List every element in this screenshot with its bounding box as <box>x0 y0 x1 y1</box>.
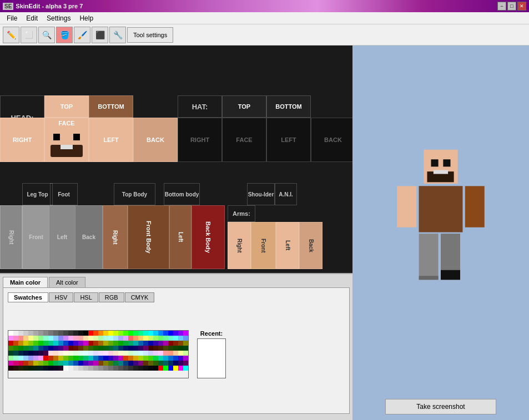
color-swatch[interactable] <box>103 346 108 351</box>
hat-back[interactable]: BACK <box>311 118 352 162</box>
color-swatch[interactable] <box>28 331 33 336</box>
color-swatch[interactable] <box>153 336 158 341</box>
color-swatch[interactable] <box>53 331 58 336</box>
color-swatch[interactable] <box>93 346 98 351</box>
color-swatch[interactable] <box>33 336 38 341</box>
color-swatch[interactable] <box>58 361 63 366</box>
pencil-tool-button[interactable]: ✏️ <box>3 27 19 43</box>
color-swatch[interactable] <box>118 366 123 371</box>
color-swatch[interactable] <box>158 366 163 371</box>
color-swatch[interactable] <box>58 351 63 356</box>
color-swatch[interactable] <box>43 351 48 356</box>
color-swatch[interactable] <box>143 366 148 371</box>
color-swatch[interactable] <box>73 356 78 361</box>
color-swatch[interactable] <box>118 346 123 351</box>
color-swatch[interactable] <box>183 331 188 336</box>
color-swatch[interactable] <box>168 346 173 351</box>
color-swatch[interactable] <box>78 366 83 371</box>
menu-settings[interactable]: Settings <box>42 13 75 23</box>
color-swatch[interactable] <box>113 341 118 346</box>
eyedropper-tool-button[interactable]: 🔍 <box>38 27 55 43</box>
recent-color-cell[interactable] <box>203 339 209 345</box>
back-leg[interactable]: Back <box>75 205 103 269</box>
color-swatch[interactable] <box>173 336 178 341</box>
color-swatch[interactable] <box>178 336 183 341</box>
brush-tool-button[interactable]: 🖌️ <box>74 27 90 43</box>
arm-left[interactable]: Left <box>276 222 299 269</box>
color-swatch[interactable] <box>143 356 148 361</box>
color-swatch[interactable] <box>138 361 143 366</box>
color-swatch[interactable] <box>103 351 108 356</box>
color-swatch[interactable] <box>123 336 128 341</box>
color-swatch[interactable] <box>33 341 38 346</box>
color-swatch[interactable] <box>68 356 73 361</box>
color-swatch[interactable] <box>33 351 38 356</box>
color-swatch[interactable] <box>153 346 158 351</box>
color-swatch[interactable] <box>53 346 58 351</box>
color-swatch[interactable] <box>128 331 133 336</box>
recent-color-cell[interactable] <box>209 367 214 372</box>
color-swatch[interactable] <box>118 341 123 346</box>
recent-color-cell[interactable] <box>214 350 220 356</box>
color-swatch[interactable] <box>123 331 128 336</box>
color-swatch[interactable] <box>13 346 18 351</box>
color-swatch[interactable] <box>28 356 33 361</box>
hat-left[interactable]: LEFT <box>266 118 311 162</box>
color-swatch[interactable] <box>48 361 53 366</box>
color-swatch[interactable] <box>123 361 128 366</box>
color-swatch[interactable] <box>123 356 128 361</box>
color-swatch[interactable] <box>98 341 103 346</box>
right-leg[interactable]: Right <box>0 205 22 269</box>
color-swatch[interactable] <box>158 341 163 346</box>
color-swatch[interactable] <box>98 331 103 336</box>
color-swatch[interactable] <box>173 331 178 336</box>
color-swatch[interactable] <box>28 341 33 346</box>
color-swatch[interactable] <box>168 336 173 341</box>
color-swatch[interactable] <box>68 341 73 346</box>
color-swatch[interactable] <box>128 351 133 356</box>
color-swatch[interactable] <box>68 351 73 356</box>
color-swatch[interactable] <box>8 366 13 371</box>
color-swatch[interactable] <box>83 331 88 336</box>
fill-tool-button[interactable]: 🪣 <box>56 27 73 43</box>
color-swatch[interactable] <box>128 361 133 366</box>
color-swatch[interactable] <box>143 346 148 351</box>
color-swatch[interactable] <box>8 341 13 346</box>
color-swatch[interactable] <box>38 341 43 346</box>
color-swatch[interactable] <box>63 341 68 346</box>
color-swatch[interactable] <box>168 341 173 346</box>
color-swatch[interactable] <box>173 356 178 361</box>
color-swatch[interactable] <box>113 331 118 336</box>
color-swatch[interactable] <box>8 351 13 356</box>
recent-color-cell[interactable] <box>220 356 225 361</box>
color-swatch[interactable] <box>13 366 18 371</box>
color-swatch[interactable] <box>98 346 103 351</box>
color-swatch[interactable] <box>138 356 143 361</box>
recent-color-cell[interactable] <box>203 361 209 367</box>
color-swatch[interactable] <box>183 366 188 371</box>
color-swatch[interactable] <box>33 361 38 366</box>
color-swatch[interactable] <box>98 336 103 341</box>
hat-face[interactable]: FACE <box>222 118 266 162</box>
color-swatch[interactable] <box>23 346 28 351</box>
color-swatch[interactable] <box>183 356 188 361</box>
color-swatch[interactable] <box>163 351 168 356</box>
color-swatch[interactable] <box>93 331 98 336</box>
rgb-tab[interactable]: RGB <box>99 292 124 302</box>
color-swatch[interactable] <box>48 346 53 351</box>
color-swatch[interactable] <box>153 366 158 371</box>
tool-settings-button[interactable]: Tool settings <box>127 27 173 43</box>
color-swatch[interactable] <box>158 331 163 336</box>
color-swatch[interactable] <box>148 351 153 356</box>
color-swatch[interactable] <box>53 356 58 361</box>
color-swatch[interactable] <box>158 336 163 341</box>
color-swatch[interactable] <box>173 346 178 351</box>
color-swatch[interactable] <box>88 366 93 371</box>
color-swatch[interactable] <box>38 331 43 336</box>
recent-color-cell[interactable] <box>198 372 203 378</box>
color-swatch[interactable] <box>183 341 188 346</box>
alt-color-tab[interactable]: Alt color <box>49 277 85 287</box>
color-swatch[interactable] <box>138 341 143 346</box>
color-swatch[interactable] <box>178 351 183 356</box>
color-swatch[interactable] <box>53 366 58 371</box>
